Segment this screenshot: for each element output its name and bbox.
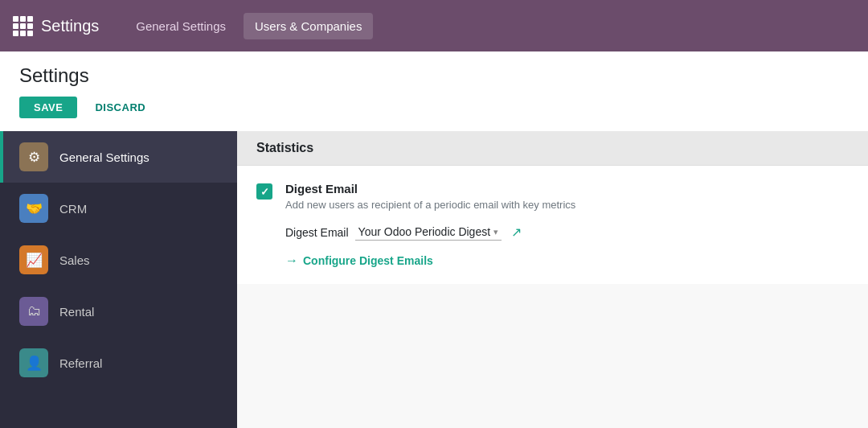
- referral-icon: 👤: [19, 348, 48, 377]
- content-area: Statistics Digest Email Add new users as…: [237, 131, 868, 428]
- external-link-icon[interactable]: ↗: [511, 224, 522, 240]
- page: Settings SAVE DISCARD ⚙ General Settings…: [0, 51, 868, 428]
- configure-digest-emails-label: Configure Digest Emails: [303, 254, 433, 267]
- configure-arrow-icon: →: [285, 253, 298, 268]
- section-body: Digest Email Add new users as recipient …: [237, 166, 868, 284]
- topbar-nav: General Settings Users & Companies: [125, 13, 373, 39]
- sidebar-item-referral[interactable]: 👤 Referral: [0, 337, 237, 389]
- statistics-section-header: Statistics: [237, 131, 868, 166]
- digest-email-select-value: Your Odoo Periodic Digest: [358, 225, 490, 238]
- page-header: Settings SAVE DISCARD: [0, 51, 868, 131]
- page-actions: SAVE DISCARD: [19, 97, 849, 118]
- discard-button[interactable]: DISCARD: [87, 97, 154, 118]
- sales-icon: 📈: [19, 245, 48, 274]
- digest-email-field-label: Digest Email: [285, 226, 349, 239]
- app-name: Settings: [41, 17, 99, 35]
- rental-icon: 🗂: [19, 297, 48, 326]
- sidebar-label-rental: Rental: [59, 305, 94, 319]
- sidebar: ⚙ General Settings 🤝 CRM 📈 Sales 🗂 Renta…: [0, 131, 237, 428]
- nav-general-settings[interactable]: General Settings: [125, 13, 237, 39]
- sidebar-item-rental[interactable]: 🗂 Rental: [0, 286, 237, 337]
- topbar: Settings General Settings Users & Compan…: [0, 0, 868, 51]
- digest-email-field-row: Digest Email Your Odoo Periodic Digest ▾…: [285, 224, 849, 241]
- app-logo[interactable]: Settings: [13, 16, 99, 36]
- sidebar-label-referral: Referral: [59, 356, 102, 370]
- digest-email-checkbox[interactable]: [256, 183, 272, 200]
- grid-icon: [13, 16, 33, 36]
- digest-email-select[interactable]: Your Odoo Periodic Digest ▾: [355, 224, 502, 241]
- dropdown-arrow-icon: ▾: [493, 227, 498, 237]
- sidebar-label-general-settings: General Settings: [59, 150, 149, 164]
- nav-users-companies[interactable]: Users & Companies: [244, 13, 373, 39]
- digest-email-checkbox-container: [256, 183, 272, 200]
- digest-email-description: Add new users as recipient of a periodic…: [285, 199, 575, 211]
- configure-digest-emails-link[interactable]: → Configure Digest Emails: [285, 253, 849, 268]
- sidebar-item-sales[interactable]: 📈 Sales: [0, 234, 237, 286]
- digest-email-text: Digest Email Add new users as recipient …: [285, 182, 575, 211]
- general-settings-icon: ⚙: [19, 142, 48, 171]
- save-button[interactable]: SAVE: [19, 97, 77, 118]
- main-content: ⚙ General Settings 🤝 CRM 📈 Sales 🗂 Renta…: [0, 131, 868, 428]
- digest-email-setting-row: Digest Email Add new users as recipient …: [256, 182, 849, 211]
- section-title: Statistics: [256, 141, 313, 154]
- sidebar-label-crm: CRM: [59, 202, 87, 216]
- sidebar-item-crm[interactable]: 🤝 CRM: [0, 183, 237, 234]
- sidebar-label-sales: Sales: [59, 253, 90, 267]
- sidebar-item-general-settings[interactable]: ⚙ General Settings: [0, 131, 237, 183]
- page-title: Settings: [19, 64, 849, 87]
- digest-email-label: Digest Email: [285, 182, 575, 195]
- crm-icon: 🤝: [19, 194, 48, 223]
